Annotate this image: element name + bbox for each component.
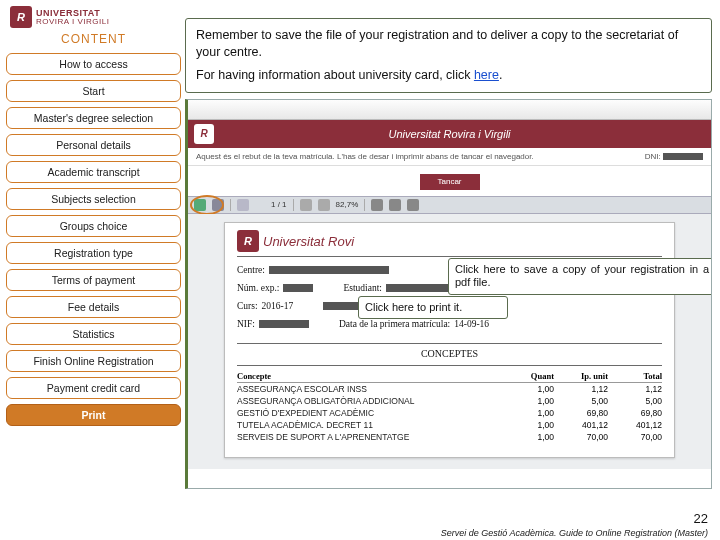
sidebar-item-groups-choice[interactable]: Groups choice (6, 215, 181, 237)
sidebar-heading: CONTENT (6, 32, 181, 46)
logo-badge-icon: R (10, 6, 32, 28)
sidebar-item-master-s-degree-selection[interactable]: Master's degree selection (6, 107, 181, 129)
card-info-link[interactable]: here (474, 68, 499, 82)
table-row: ASSEGURANÇA ESCOLAR INSS1,001,121,12 (237, 383, 662, 395)
sidebar-item-payment-credit-card[interactable]: Payment credit card (6, 377, 181, 399)
sidebar-item-registration-type[interactable]: Registration type (6, 242, 181, 264)
sidebar-item-terms-of-payment[interactable]: Terms of payment (6, 269, 181, 291)
zoom-level: 82,7% (336, 200, 359, 209)
zoom-out-icon[interactable] (300, 199, 312, 211)
urv-banner: R Universitat Rovira i Virgili (188, 120, 711, 148)
sidebar-item-fee-details[interactable]: Fee details (6, 296, 181, 318)
page-indicator: 1 / 1 (271, 200, 287, 209)
sidebar-item-start[interactable]: Start (6, 80, 181, 102)
print-tip: Click here to print it. (358, 296, 508, 320)
embedded-screenshot: R Universitat Rovira i Virgili Aquest és… (185, 99, 712, 489)
pdf-toolbar: 1 / 1 82,7% (188, 196, 711, 214)
sidebar: CONTENT How to accessStartMaster's degre… (6, 32, 181, 426)
main-content: Remember to save the file of your regist… (185, 18, 712, 520)
pdf-viewport: R Universitat Rovi Centre: Reial Decret:… (188, 214, 711, 469)
footer-text: Servei de Gestió Acadèmica. Guide to Onl… (441, 528, 708, 538)
zoom-in-icon[interactable] (318, 199, 330, 211)
table-header: Concepte Quant Ip. unit Total (237, 370, 662, 383)
pdf-logo-icon: R (237, 230, 259, 252)
table-row: ASSEGURANÇA OBLIGATÒRIA ADDICIONAL1,005,… (237, 395, 662, 407)
fees-table: Concepte Quant Ip. unit Total ASSEGURANÇ… (237, 365, 662, 443)
tool-icon[interactable] (389, 199, 401, 211)
logo-text: UNIVERSITAT ROVIRA I VIRGILI (36, 9, 109, 26)
page-number: 22 (694, 511, 708, 526)
print-icon[interactable] (212, 199, 224, 211)
sidebar-item-academic-transcript[interactable]: Academic transcript (6, 161, 181, 183)
sidebar-item-statistics[interactable]: Statistics (6, 323, 181, 345)
urv-badge-icon: R (194, 124, 214, 144)
instruction-line-2: For having information about university … (196, 67, 701, 84)
sidebar-item-personal-details[interactable]: Personal details (6, 134, 181, 156)
tool-icon[interactable] (371, 199, 383, 211)
browser-chrome (188, 100, 711, 120)
instruction-box: Remember to save the file of your regist… (185, 18, 712, 93)
sidebar-item-finish-online-registration[interactable]: Finish Online Registration (6, 350, 181, 372)
close-button[interactable]: Tancar (420, 174, 480, 190)
sidebar-item-print[interactable]: Print (6, 404, 181, 426)
save-icon[interactable] (194, 199, 206, 211)
pdf-logo-text: Universitat Rovi (263, 234, 354, 249)
table-row: SERVEIS DE SUPORT A L'APRENENTATGE1,0070… (237, 431, 662, 443)
mail-icon[interactable] (237, 199, 249, 211)
conceptes-heading: CONCEPTES (237, 343, 662, 359)
table-row: TUTELA ACADÈMICA. DECRET 111,00401,12401… (237, 419, 662, 431)
sidebar-item-how-to-access[interactable]: How to access (6, 53, 181, 75)
tool-icon[interactable] (407, 199, 419, 211)
table-row: GESTIÓ D'EXPEDIENT ACADÈMIC1,0069,8069,8… (237, 407, 662, 419)
university-logo: R UNIVERSITAT ROVIRA I VIRGILI (10, 6, 109, 28)
sidebar-item-subjects-selection[interactable]: Subjects selection (6, 188, 181, 210)
save-tip: Click here to save a copy of your regist… (448, 258, 712, 296)
info-strip: Aquest és el rebut de la teva matrícula.… (188, 148, 711, 166)
instruction-line-1: Remember to save the file of your regist… (196, 27, 701, 61)
